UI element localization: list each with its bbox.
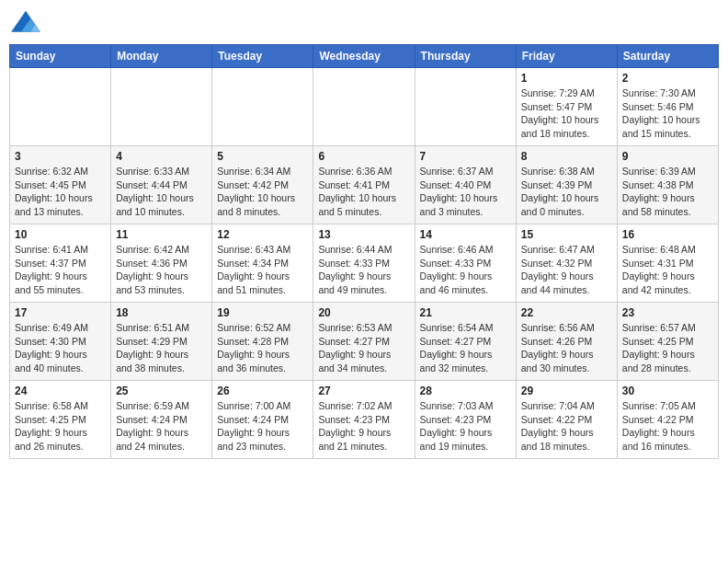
day-number: 11 <box>116 228 207 241</box>
calendar-cell: 13Sunrise: 6:44 AM Sunset: 4:33 PM Dayli… <box>313 224 415 303</box>
day-info: Sunrise: 6:57 AM Sunset: 4:25 PM Dayligh… <box>622 321 713 375</box>
day-info: Sunrise: 6:48 AM Sunset: 4:31 PM Dayligh… <box>622 243 713 297</box>
day-number: 28 <box>420 385 511 397</box>
calendar-cell: 18Sunrise: 6:51 AM Sunset: 4:29 PM Dayli… <box>111 303 212 381</box>
calendar-cell: 7Sunrise: 6:37 AM Sunset: 4:40 PM Daylig… <box>415 146 516 224</box>
day-number: 24 <box>15 385 106 397</box>
logo-icon <box>9 9 42 37</box>
calendar-cell: 2Sunrise: 7:30 AM Sunset: 5:46 PM Daylig… <box>617 68 718 146</box>
calendar-cell: 8Sunrise: 6:38 AM Sunset: 4:39 PM Daylig… <box>516 146 617 224</box>
logo <box>9 9 46 37</box>
header <box>9 9 719 37</box>
day-number: 27 <box>318 385 409 397</box>
day-number: 23 <box>622 306 713 319</box>
day-number: 29 <box>521 385 612 397</box>
calendar-cell: 12Sunrise: 6:43 AM Sunset: 4:34 PM Dayli… <box>212 224 313 303</box>
day-info: Sunrise: 6:39 AM Sunset: 4:38 PM Dayligh… <box>622 165 713 219</box>
weekday-header-sunday: Sunday <box>10 45 111 68</box>
day-number: 9 <box>622 150 713 163</box>
week-row-1: 1Sunrise: 7:29 AM Sunset: 5:47 PM Daylig… <box>10 68 719 146</box>
calendar-cell: 29Sunrise: 7:04 AM Sunset: 4:22 PM Dayli… <box>516 381 617 459</box>
calendar-cell <box>313 68 415 146</box>
calendar-cell: 9Sunrise: 6:39 AM Sunset: 4:38 PM Daylig… <box>617 146 718 224</box>
day-info: Sunrise: 6:33 AM Sunset: 4:44 PM Dayligh… <box>116 165 207 219</box>
calendar-cell <box>10 68 111 146</box>
weekday-header-friday: Friday <box>516 45 617 68</box>
calendar-cell: 5Sunrise: 6:34 AM Sunset: 4:42 PM Daylig… <box>212 146 313 224</box>
calendar-cell: 3Sunrise: 6:32 AM Sunset: 4:45 PM Daylig… <box>10 146 111 224</box>
calendar-cell: 23Sunrise: 6:57 AM Sunset: 4:25 PM Dayli… <box>617 303 718 381</box>
calendar-cell: 30Sunrise: 7:05 AM Sunset: 4:22 PM Dayli… <box>617 381 718 459</box>
day-info: Sunrise: 6:49 AM Sunset: 4:30 PM Dayligh… <box>15 321 106 375</box>
calendar-cell: 20Sunrise: 6:53 AM Sunset: 4:27 PM Dayli… <box>313 303 415 381</box>
day-info: Sunrise: 7:00 AM Sunset: 4:24 PM Dayligh… <box>217 399 308 454</box>
week-row-3: 10Sunrise: 6:41 AM Sunset: 4:37 PM Dayli… <box>10 224 719 303</box>
calendar-cell: 4Sunrise: 6:33 AM Sunset: 4:44 PM Daylig… <box>111 146 212 224</box>
day-number: 16 <box>622 228 713 241</box>
day-number: 12 <box>217 228 308 241</box>
calendar-cell: 15Sunrise: 6:47 AM Sunset: 4:32 PM Dayli… <box>516 224 617 303</box>
day-number: 13 <box>318 228 409 241</box>
weekday-header-row: SundayMondayTuesdayWednesdayThursdayFrid… <box>10 45 719 68</box>
day-number: 8 <box>521 150 612 163</box>
calendar-cell: 14Sunrise: 6:46 AM Sunset: 4:33 PM Dayli… <box>415 224 516 303</box>
day-info: Sunrise: 6:42 AM Sunset: 4:36 PM Dayligh… <box>116 243 207 297</box>
day-number: 2 <box>622 72 713 85</box>
calendar: SundayMondayTuesdayWednesdayThursdayFrid… <box>9 44 719 459</box>
day-number: 4 <box>116 150 207 163</box>
day-info: Sunrise: 7:30 AM Sunset: 5:46 PM Dayligh… <box>622 86 713 141</box>
day-info: Sunrise: 6:56 AM Sunset: 4:26 PM Dayligh… <box>521 321 612 375</box>
day-info: Sunrise: 6:37 AM Sunset: 4:40 PM Dayligh… <box>420 165 511 219</box>
day-info: Sunrise: 7:02 AM Sunset: 4:23 PM Dayligh… <box>318 399 409 454</box>
day-number: 7 <box>420 150 511 163</box>
day-info: Sunrise: 6:46 AM Sunset: 4:33 PM Dayligh… <box>420 243 511 297</box>
day-number: 6 <box>318 150 409 163</box>
weekday-header-tuesday: Tuesday <box>212 45 313 68</box>
calendar-cell <box>212 68 313 146</box>
day-number: 19 <box>217 306 308 319</box>
day-number: 20 <box>318 306 409 319</box>
calendar-cell: 19Sunrise: 6:52 AM Sunset: 4:28 PM Dayli… <box>212 303 313 381</box>
day-info: Sunrise: 6:51 AM Sunset: 4:29 PM Dayligh… <box>116 321 207 375</box>
weekday-header-monday: Monday <box>111 45 212 68</box>
calendar-cell <box>111 68 212 146</box>
calendar-cell: 17Sunrise: 6:49 AM Sunset: 4:30 PM Dayli… <box>10 303 111 381</box>
day-info: Sunrise: 6:59 AM Sunset: 4:24 PM Dayligh… <box>116 399 207 454</box>
day-info: Sunrise: 6:53 AM Sunset: 4:27 PM Dayligh… <box>318 321 409 375</box>
day-info: Sunrise: 7:04 AM Sunset: 4:22 PM Dayligh… <box>521 399 612 454</box>
day-info: Sunrise: 6:36 AM Sunset: 4:41 PM Dayligh… <box>318 165 409 219</box>
calendar-cell: 28Sunrise: 7:03 AM Sunset: 4:23 PM Dayli… <box>415 381 516 459</box>
calendar-cell: 16Sunrise: 6:48 AM Sunset: 4:31 PM Dayli… <box>617 224 718 303</box>
calendar-cell: 25Sunrise: 6:59 AM Sunset: 4:24 PM Dayli… <box>111 381 212 459</box>
weekday-header-saturday: Saturday <box>617 45 718 68</box>
day-number: 21 <box>420 306 511 319</box>
weekday-header-thursday: Thursday <box>415 45 516 68</box>
weekday-header-wednesday: Wednesday <box>313 45 415 68</box>
day-info: Sunrise: 6:43 AM Sunset: 4:34 PM Dayligh… <box>217 243 308 297</box>
calendar-cell: 27Sunrise: 7:02 AM Sunset: 4:23 PM Dayli… <box>313 381 415 459</box>
calendar-cell: 1Sunrise: 7:29 AM Sunset: 5:47 PM Daylig… <box>516 68 617 146</box>
day-info: Sunrise: 6:38 AM Sunset: 4:39 PM Dayligh… <box>521 165 612 219</box>
week-row-4: 17Sunrise: 6:49 AM Sunset: 4:30 PM Dayli… <box>10 303 719 381</box>
day-info: Sunrise: 6:54 AM Sunset: 4:27 PM Dayligh… <box>420 321 511 375</box>
day-info: Sunrise: 6:52 AM Sunset: 4:28 PM Dayligh… <box>217 321 308 375</box>
week-row-2: 3Sunrise: 6:32 AM Sunset: 4:45 PM Daylig… <box>10 146 719 224</box>
day-info: Sunrise: 7:29 AM Sunset: 5:47 PM Dayligh… <box>521 86 612 141</box>
calendar-cell: 24Sunrise: 6:58 AM Sunset: 4:25 PM Dayli… <box>10 381 111 459</box>
week-row-5: 24Sunrise: 6:58 AM Sunset: 4:25 PM Dayli… <box>10 381 719 459</box>
calendar-cell: 6Sunrise: 6:36 AM Sunset: 4:41 PM Daylig… <box>313 146 415 224</box>
calendar-cell: 11Sunrise: 6:42 AM Sunset: 4:36 PM Dayli… <box>111 224 212 303</box>
day-number: 22 <box>521 306 612 319</box>
day-number: 18 <box>116 306 207 319</box>
calendar-cell <box>415 68 516 146</box>
day-number: 15 <box>521 228 612 241</box>
day-number: 3 <box>15 150 106 163</box>
day-info: Sunrise: 6:44 AM Sunset: 4:33 PM Dayligh… <box>318 243 409 297</box>
day-number: 5 <box>217 150 308 163</box>
day-info: Sunrise: 6:58 AM Sunset: 4:25 PM Dayligh… <box>15 399 106 454</box>
calendar-cell: 10Sunrise: 6:41 AM Sunset: 4:37 PM Dayli… <box>10 224 111 303</box>
day-info: Sunrise: 6:32 AM Sunset: 4:45 PM Dayligh… <box>15 165 106 219</box>
day-number: 17 <box>15 306 106 319</box>
day-number: 10 <box>15 228 106 241</box>
day-number: 25 <box>116 385 207 397</box>
